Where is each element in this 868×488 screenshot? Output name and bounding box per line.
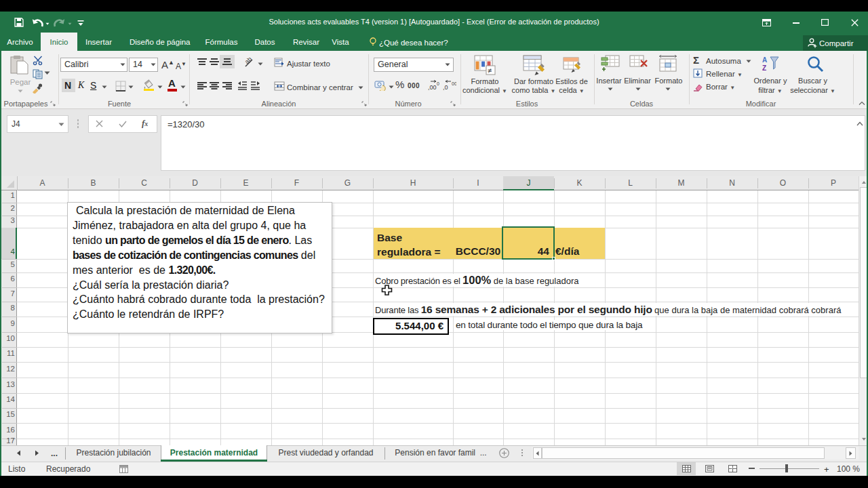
svg-text:,00: ,00 — [428, 84, 437, 91]
svg-text:Z: Z — [762, 64, 766, 72]
svg-text:≠: ≠ — [488, 66, 492, 75]
svg-text:A: A — [762, 56, 767, 64]
svg-text:,0: ,0 — [443, 84, 448, 91]
svg-text:ab: ab — [244, 57, 253, 65]
svg-text:0: 0 — [437, 81, 439, 86]
